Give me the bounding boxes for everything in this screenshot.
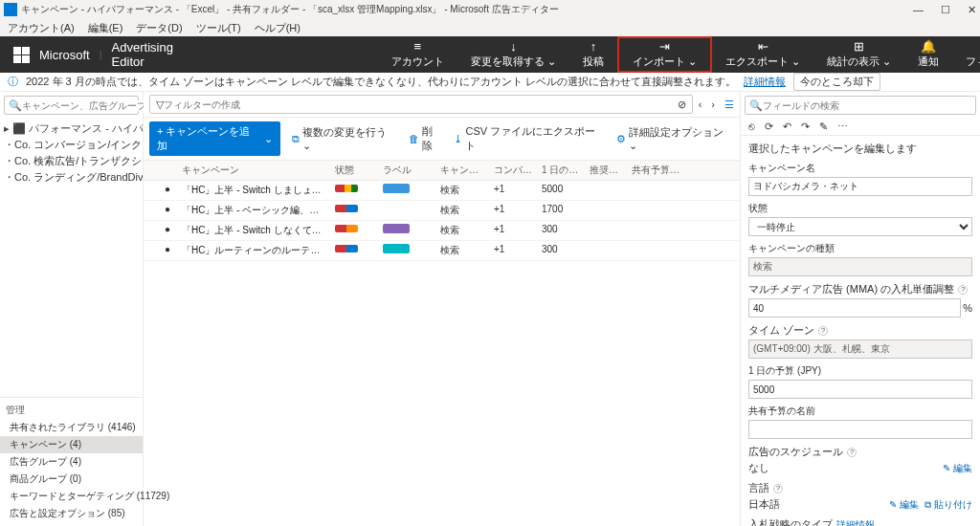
info-icon: ⓘ <box>8 75 18 89</box>
app-icon <box>4 3 17 16</box>
ribbon-6[interactable]: 🔔通知 <box>904 36 952 73</box>
help-icon[interactable]: ? <box>773 484 783 493</box>
menu-tool[interactable]: ツール(T) <box>196 21 241 34</box>
mgmt-item[interactable]: 広告と設定オプション (85) <box>0 505 143 522</box>
paste-language-link[interactable]: ⧉ 貼り付け <box>924 499 972 510</box>
col-header[interactable]: 状態 <box>331 161 379 180</box>
ribbon: Microsoft | Advertising Editor ≡アカウント↓変更… <box>0 36 980 73</box>
label-budget: 1 日の予算 (JPY) <box>748 364 972 378</box>
ribbon-0[interactable]: ≡アカウント <box>378 36 457 73</box>
tree-node[interactable]: ・Co. コンバージョン/インク… <box>4 137 139 153</box>
menu-help[interactable]: ヘルプ(H) <box>255 21 301 34</box>
panel-tool-icon[interactable]: ⋯ <box>837 121 848 133</box>
management-panel: 管理 共有されたライブラリ (4146) キャンペーン (4) 広告グループ (… <box>0 397 143 526</box>
edit-language-link[interactable]: ✎ 編集 <box>889 499 919 510</box>
tree-node[interactable]: ・Co. ランディング/BrandDiv… <box>4 169 139 186</box>
col-header[interactable]: 共有予算の名前 <box>628 161 685 180</box>
col-header[interactable]: コンバージョン… <box>490 161 538 180</box>
menu-edit[interactable]: 編集(E) <box>88 21 123 34</box>
campaign-search-input[interactable] <box>22 100 144 111</box>
menu-data[interactable]: データ(D) <box>136 21 182 34</box>
value-language: 日本語 <box>748 497 780 512</box>
field-search[interactable]: 🔍 <box>745 96 976 115</box>
filter-box[interactable]: ▽ ⊘ <box>149 95 693 114</box>
filter-icon: ▽ <box>156 99 164 111</box>
filter-clear-icon[interactable]: ⊘ <box>678 99 686 111</box>
tree-node[interactable]: ▸ ⬛ パフォーマンス - ハイパフォ… <box>4 121 139 137</box>
input-mma[interactable] <box>748 298 961 318</box>
mgmt-item[interactable]: 商品グループ (0) <box>0 471 143 488</box>
table-row[interactable]: ●「HC」上半 - Switch しなくて…上半検索+1300 <box>144 221 740 241</box>
edit-schedule-link[interactable]: ✎ 編集 <box>943 462 972 475</box>
window-title: キャンペーン - ハイパフォーマンス - 「Excel」 - 共有フォルダー -… <box>21 3 913 16</box>
ribbon-1[interactable]: ↓変更を取得する ⌄ <box>457 36 569 73</box>
ribbon-7[interactable]: ☺フィードバックの送信 <box>952 36 980 73</box>
brand-product: Advertising Editor <box>112 40 173 69</box>
notice-link[interactable]: 詳細情報 <box>744 75 786 89</box>
filter-input[interactable] <box>164 99 678 110</box>
brand: Microsoft | Advertising Editor <box>0 36 187 73</box>
panel-tool-icon[interactable]: ↷ <box>801 121 810 133</box>
col-header[interactable]: 1 日の予算 <box>538 161 586 180</box>
microsoft-logo-icon <box>13 47 30 63</box>
help-icon[interactable]: ? <box>847 448 857 457</box>
label-language: 言語 <box>748 481 769 495</box>
ribbon-2[interactable]: ↑投稿 <box>569 36 617 73</box>
center-pane: ▽ ⊘ ‹ › ☰ + キャンペーンを追加⌄ ⧉複数の変更を行う ⌄ 🗑削除 ⤓… <box>144 92 741 526</box>
help-icon[interactable]: ? <box>958 285 968 295</box>
minimize-button[interactable]: — <box>913 4 924 16</box>
close-button[interactable]: ✕ <box>968 4 976 16</box>
field-search-input[interactable] <box>763 100 971 111</box>
col-header[interactable]: キャンペーン <box>178 161 331 180</box>
table-row[interactable]: ●「HC」ルーティーンのルーティン人たち検索+1300 <box>144 241 740 261</box>
mgmt-item[interactable]: キャンペーン (4) <box>0 436 143 453</box>
nav-prev[interactable]: ‹ <box>699 99 702 111</box>
input-campaign-name[interactable] <box>748 177 972 196</box>
account-tree[interactable]: ▸ ⬛ パフォーマンス - ハイパフォ… ・Co. コンバージョン/インク… ・… <box>0 119 143 187</box>
columns-icon[interactable]: ☰ <box>724 99 734 111</box>
col-header[interactable]: 推奨予算 <box>586 161 628 180</box>
col-header[interactable]: キャンペーンの… <box>436 161 490 180</box>
ribbon-3[interactable]: ⇥インポート ⌄ <box>617 36 712 73</box>
panel-tool-icon[interactable]: ⟳ <box>765 121 773 133</box>
panel-tool-icon[interactable]: ⎋ <box>748 121 755 133</box>
input-timezone <box>748 340 972 359</box>
delete-button[interactable]: 🗑削除 <box>409 124 443 153</box>
table-row[interactable]: ●「HC」上半 - ベーシック編、上半検索+11700 <box>144 201 740 221</box>
panel-tool-icon[interactable]: ✎ <box>819 121 828 133</box>
label-timezone: タイム ゾーン <box>748 323 814 338</box>
ribbon-4[interactable]: ⇤エクスポート ⌄ <box>712 36 813 73</box>
bid-info-link[interactable]: 詳細情報 <box>836 518 875 527</box>
mgmt-item[interactable]: 共有されたライブラリ (4146) <box>0 419 143 436</box>
search-icon: 🔍 <box>749 99 763 112</box>
input-shared-budget[interactable] <box>748 420 972 439</box>
input-campaign-type <box>748 257 972 276</box>
notice-dismiss[interactable]: 今のところ却下 <box>793 73 880 91</box>
tree-node[interactable]: ・Co. 検索広告/トランザクシ… <box>4 153 139 169</box>
mgmt-item[interactable]: キーワードとターゲティング (11729) <box>0 488 143 505</box>
advanced-options-button[interactable]: ⚙詳細設定オプション ⌄ <box>616 125 734 152</box>
label-schedule: 広告のスケジュール <box>748 445 843 459</box>
help-icon[interactable]: ? <box>818 326 828 336</box>
export-csv-button[interactable]: ⤓CSV ファイルにエクスポート <box>454 124 604 153</box>
titlebar: キャンペーン - ハイパフォーマンス - 「Excel」 - 共有フォルダー -… <box>0 0 980 19</box>
label-state: 状態 <box>748 202 972 215</box>
mgmt-item[interactable]: 広告グループ (4) <box>0 453 143 471</box>
add-campaign-button[interactable]: + キャンペーンを追加⌄ <box>149 121 280 156</box>
menubar: アカウント(A) 編集(E) データ(D) ツール(T) ヘルプ(H) <box>0 19 980 36</box>
campaign-search[interactable]: 🔍 <box>4 96 139 115</box>
menu-account[interactable]: アカウント(A) <box>8 21 75 34</box>
input-budget[interactable] <box>748 380 972 399</box>
col-header[interactable]: ラベル <box>379 161 436 180</box>
select-state[interactable]: 一時停止 <box>748 217 972 236</box>
management-header: 管理 <box>0 402 143 419</box>
panel-tool-icon[interactable]: ↶ <box>783 121 791 133</box>
nav-next[interactable]: › <box>711 99 715 111</box>
col-header[interactable] <box>144 161 161 180</box>
multi-change-button[interactable]: ⧉複数の変更を行う ⌄ <box>292 125 397 152</box>
col-header[interactable] <box>161 161 178 180</box>
maximize-button[interactable]: ☐ <box>941 4 950 16</box>
ribbon-5[interactable]: ⊞統計の表示 ⌄ <box>813 36 904 73</box>
campaign-grid[interactable]: キャンペーン状態ラベルキャンペーンの…コンバージョン…1 日の予算推奨予算共有予… <box>144 161 740 526</box>
table-row[interactable]: ●「HC」上半 - Switch しましょう」検索+15000 <box>144 181 740 201</box>
